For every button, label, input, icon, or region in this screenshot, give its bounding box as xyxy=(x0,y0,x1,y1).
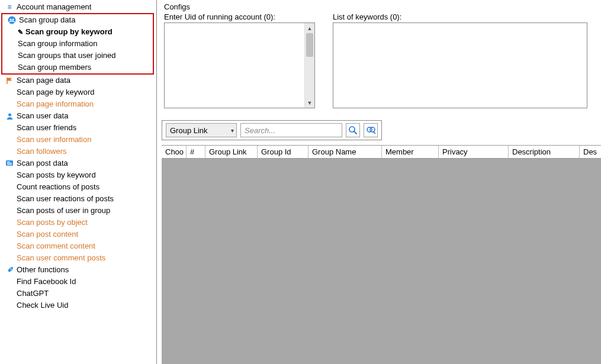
uid-label: Enter Uid of running account (0): xyxy=(164,12,315,21)
sidebar-item-label: Scan group information xyxy=(18,38,97,50)
scan-group-highlight: Scan group data ✎ Scan group by keyword … xyxy=(1,13,154,75)
search-icon xyxy=(348,125,358,135)
svg-point-1 xyxy=(10,19,12,21)
sidebar-item-label: Scan group members xyxy=(18,62,91,73)
sidebar-item-label: Scan user reactions of posts xyxy=(17,193,114,205)
sidebar-section-user-label: Scan user data xyxy=(17,110,68,122)
search-all-button[interactable] xyxy=(364,123,378,137)
sidebar-item-label: Scan page information xyxy=(17,98,94,110)
sidebar-item-label: Check Live Uid xyxy=(17,299,68,311)
sidebar-item-findfbid[interactable]: Find Facebook Id xyxy=(0,276,156,288)
sidebar-item-label: Count reactions of posts xyxy=(17,181,99,193)
search-button[interactable] xyxy=(346,123,360,137)
sidebar-item-label: Scan comment content xyxy=(17,240,95,252)
sidebar-section-group[interactable]: Scan group data xyxy=(2,14,153,26)
svg-point-8 xyxy=(10,268,11,269)
sidebar-item-post-usergroup[interactable]: Scan posts of user in group xyxy=(0,205,156,217)
sidebar-item-user-comment-posts[interactable]: Scan user comment posts xyxy=(0,252,156,264)
th-des[interactable]: Des xyxy=(580,146,601,159)
sidebar-item-label: Scan post content xyxy=(17,228,78,240)
sidebar-section-user[interactable]: Scan user data xyxy=(0,110,156,122)
sidebar-item-label: Find Facebook Id xyxy=(17,276,76,288)
sidebar-section-page-label: Scan page data xyxy=(17,75,70,86)
sidebar-item-label: Scan user information xyxy=(17,134,91,146)
th-grouplink[interactable]: Group Link xyxy=(205,146,258,159)
group-icon xyxy=(7,16,17,24)
table-header: Choo # Group Link Group Id Group Name Me… xyxy=(162,146,601,159)
th-index[interactable]: # xyxy=(187,146,205,159)
svg-line-10 xyxy=(354,131,356,134)
sidebar-item-group-info[interactable]: Scan group information xyxy=(2,38,153,50)
results-table: Choo # Group Link Group Id Group Name Me… xyxy=(162,145,601,364)
svg-point-2 xyxy=(12,19,14,21)
pencil-icon: ✎ xyxy=(18,26,23,38)
sidebar-section-post-label: Scan post data xyxy=(17,157,68,169)
sidebar-item-label: Scan followers xyxy=(17,146,67,157)
flag-icon xyxy=(5,77,14,85)
sidebar-item-label: Scan posts by keyword xyxy=(17,169,96,181)
svg-point-0 xyxy=(8,17,16,24)
sidebar-item-comment-content[interactable]: Scan comment content xyxy=(0,240,156,252)
th-member[interactable]: Member xyxy=(382,146,439,159)
scroll-up-icon[interactable]: ▲ xyxy=(305,23,314,33)
chevron-down-icon: ▾ xyxy=(231,127,234,134)
uid-scrollbar[interactable]: ▲ ▼ xyxy=(304,23,314,108)
uid-input[interactable] xyxy=(165,23,304,108)
th-groupname[interactable]: Group Name xyxy=(308,146,382,159)
sidebar-item-label: Scan posts by object xyxy=(17,217,88,228)
sidebar-item-label: Scan page by keyword xyxy=(17,86,95,98)
keywords-input[interactable] xyxy=(333,22,587,108)
sidebar-section-page[interactable]: Scan page data xyxy=(0,75,156,86)
dropdown-value: Group Link xyxy=(170,126,208,135)
th-privacy[interactable]: Privacy xyxy=(439,146,509,159)
sidebar-section-group-label: Scan group data xyxy=(19,14,75,26)
sidebar-item-label: Scan user friends xyxy=(17,122,76,134)
menu-icon: ≡ xyxy=(5,1,14,13)
search-all-icon xyxy=(366,125,376,135)
user-icon xyxy=(5,112,14,120)
sidebar-item-user-friends[interactable]: Scan user friends xyxy=(0,122,156,134)
svg-rect-6 xyxy=(7,163,12,163)
table-body xyxy=(162,159,601,364)
keywords-label: List of keywords (0): xyxy=(333,12,587,21)
sidebar-item-post-keyword[interactable]: Scan posts by keyword xyxy=(0,169,156,181)
sidebar-item-post-countreactions[interactable]: Count reactions of posts xyxy=(0,181,156,193)
sidebar-item-group-members[interactable]: Scan group members xyxy=(2,62,153,73)
sidebar-item-page-keyword[interactable]: Scan page by keyword xyxy=(0,86,156,98)
th-description[interactable]: Description xyxy=(509,146,580,159)
column-dropdown[interactable]: Group Link ▾ xyxy=(166,123,237,137)
sidebar-item-label: Scan posts of user in group xyxy=(17,205,110,217)
post-icon xyxy=(5,160,14,167)
main-panel: Configs Enter Uid of running account (0)… xyxy=(157,0,601,364)
sidebar-root-label: Account management xyxy=(17,1,91,13)
sidebar-item-post-byobject[interactable]: Scan posts by object xyxy=(0,217,156,228)
sidebar-item-user-followers[interactable]: Scan followers xyxy=(0,146,156,157)
sidebar-item-label: Scan group by keyword xyxy=(25,26,113,38)
sidebar-root[interactable]: ≡ Account management xyxy=(0,1,156,13)
sidebar-item-label: ChatGPT xyxy=(17,288,49,299)
scroll-down-icon[interactable]: ▼ xyxy=(305,98,314,108)
search-input[interactable] xyxy=(240,123,342,137)
rocket-icon xyxy=(5,266,14,274)
sidebar-item-label: Scan groups that user joined xyxy=(18,50,116,62)
sidebar-item-chatgpt[interactable]: ChatGPT xyxy=(0,288,156,299)
svg-line-13 xyxy=(373,132,375,134)
svg-point-12 xyxy=(370,127,375,132)
sidebar-item-checkliveuid[interactable]: Check Live Uid xyxy=(0,299,156,311)
th-groupid[interactable]: Group Id xyxy=(258,146,308,159)
sidebar-item-post-content[interactable]: Scan post content xyxy=(0,228,156,240)
svg-rect-7 xyxy=(7,164,12,165)
sidebar-item-label: Scan user comment posts xyxy=(17,252,105,264)
search-toolbar: Group Link ▾ xyxy=(162,120,382,140)
sidebar-item-post-userreactions[interactable]: Scan user reactions of posts xyxy=(0,193,156,205)
sidebar-item-group-keyword[interactable]: ✎ Scan group by keyword xyxy=(2,26,153,38)
sidebar-section-post[interactable]: Scan post data xyxy=(0,157,156,169)
uid-box: ▲ ▼ xyxy=(164,22,315,108)
th-choose[interactable]: Choo xyxy=(162,146,187,159)
svg-point-3 xyxy=(8,113,11,116)
sidebar-item-group-userjoined[interactable]: Scan groups that user joined xyxy=(2,50,153,62)
sidebar-section-other[interactable]: Other functions xyxy=(0,264,156,276)
sidebar-section-other-label: Other functions xyxy=(17,264,69,276)
sidebar-item-user-info[interactable]: Scan user information xyxy=(0,134,156,146)
sidebar-item-page-info[interactable]: Scan page information xyxy=(0,98,156,110)
